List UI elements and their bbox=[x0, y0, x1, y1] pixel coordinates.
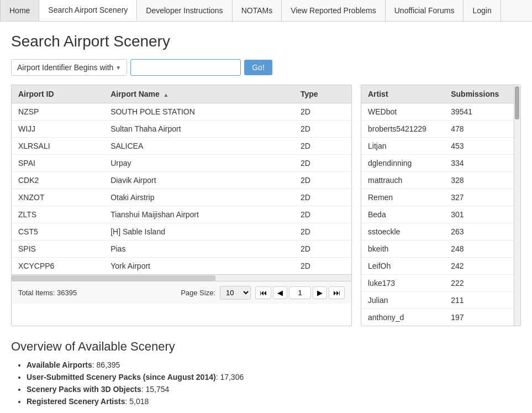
table-row[interactable]: XLRSALISALICEA2D bbox=[12, 138, 351, 155]
go-button[interactable]: Go! bbox=[244, 60, 272, 75]
page-size-select[interactable]: 102550100 bbox=[220, 286, 251, 300]
scrollbar-thumb bbox=[515, 86, 519, 119]
table-row[interactable]: SPAIUrpay2D bbox=[12, 155, 351, 172]
table-row[interactable]: XCYCPP6York Airport2D bbox=[12, 258, 351, 275]
table-row[interactable]: dglendinning334 bbox=[361, 155, 520, 172]
vertical-scrollbar[interactable] bbox=[514, 85, 520, 326]
artist-cell-submissions: 39541 bbox=[444, 103, 520, 121]
airport-cell-type: 2D bbox=[294, 103, 351, 121]
table-row[interactable]: bkeith248 bbox=[361, 241, 520, 258]
airport-cell-type: 2D bbox=[294, 138, 351, 155]
airport-cell-id: CDK2 bbox=[12, 172, 104, 189]
airport-cell-type: 2D bbox=[294, 155, 351, 172]
table-row[interactable]: luke173222 bbox=[361, 275, 520, 292]
airport-cell-id: CST5 bbox=[12, 223, 104, 241]
total-items-text: Total Items: 36395 bbox=[18, 289, 176, 297]
artist-cell-submissions: 263 bbox=[444, 223, 520, 241]
airport-cell-id: SPAI bbox=[12, 155, 104, 172]
search-dropdown[interactable]: Airport Identifier Begins with ▼ bbox=[11, 59, 127, 76]
nav-item-search-airport-scenery[interactable]: Search Airport Scenery bbox=[39, 0, 137, 21]
airport-cell-name: Diavik Airport bbox=[104, 172, 294, 189]
airport-cell-name: [H] Sable Island bbox=[104, 223, 294, 241]
artist-cell-submissions: 478 bbox=[444, 121, 520, 138]
artist-cell-submissions: 327 bbox=[444, 189, 520, 206]
table-row[interactable]: NZSPSOUTH POLE STATION2D bbox=[12, 103, 351, 121]
prev-page-button[interactable]: ◀ bbox=[273, 286, 287, 299]
list-item: Scenery Packs with 3D Objects: 15,754 bbox=[27, 385, 521, 394]
table-row[interactable]: anthony_d197 bbox=[361, 309, 520, 326]
nav-item-home[interactable]: Home bbox=[0, 0, 39, 21]
table-row[interactable]: XNZOTOtaki Airstrip2D bbox=[12, 189, 351, 206]
next-page-button[interactable]: ▶ bbox=[313, 286, 327, 299]
horizontal-scrollbar[interactable] bbox=[12, 274, 351, 281]
main-nav: HomeSearch Airport SceneryDeveloper Inst… bbox=[0, 0, 532, 22]
page-nav-buttons: ⏮ ◀ ▶ ⏭ bbox=[255, 286, 345, 299]
table-row[interactable]: LeifOh242 bbox=[361, 258, 520, 275]
table-row[interactable]: ZLTSTianshui Maijishan Airport2D bbox=[12, 206, 351, 223]
artist-cell-submissions: 211 bbox=[444, 292, 520, 309]
airport-cell-id: XLRSALI bbox=[12, 138, 104, 155]
search-dropdown-label: Airport Identifier Begins with bbox=[17, 63, 113, 72]
artist-cell-submissions: 222 bbox=[444, 275, 520, 292]
table-row[interactable]: CDK2Diavik Airport2D bbox=[12, 172, 351, 189]
table-row[interactable]: Litjan453 bbox=[361, 138, 520, 155]
table-row[interactable]: sstoeckle263 bbox=[361, 223, 520, 241]
page-title: Search Airport Scenery bbox=[11, 33, 521, 50]
artist-cell-submissions: 301 bbox=[444, 206, 520, 223]
tables-row: Airport IDAirport Name ▲Type NZSPSOUTH P… bbox=[11, 85, 521, 326]
table-row[interactable]: WEDbot39541 bbox=[361, 103, 520, 121]
airport-col-airport-id[interactable]: Airport ID bbox=[12, 85, 104, 103]
table-row[interactable]: SPISPias2D bbox=[12, 241, 351, 258]
nav-item-view-reported-problems[interactable]: View Reported Problems bbox=[282, 0, 386, 21]
artist-cell-artist: Remen bbox=[361, 189, 444, 206]
airport-col-airport-name[interactable]: Airport Name ▲ bbox=[104, 85, 294, 103]
airport-cell-type: 2D bbox=[294, 189, 351, 206]
airport-cell-id: XNZOT bbox=[12, 189, 104, 206]
first-page-button[interactable]: ⏮ bbox=[255, 286, 271, 299]
airport-cell-type: 2D bbox=[294, 172, 351, 189]
nav-item-login[interactable]: Login bbox=[463, 0, 501, 21]
table-row[interactable]: WIJJSultan Thaha Airport2D bbox=[12, 121, 351, 138]
current-page-input[interactable] bbox=[289, 286, 311, 299]
artist-cell-artist: Beda bbox=[361, 206, 444, 223]
nav-item-developer-instructions[interactable]: Developer Instructions bbox=[137, 0, 232, 21]
artist-cell-submissions: 197 bbox=[444, 309, 520, 326]
artist-cell-submissions: 248 bbox=[444, 241, 520, 258]
overview-item-label: Registered Scenery Artists bbox=[27, 397, 125, 406]
total-items-label: Total Items: bbox=[18, 289, 55, 297]
artist-col-submissions[interactable]: Submissions bbox=[444, 85, 520, 103]
airport-cell-name: Pias bbox=[104, 241, 294, 258]
airport-cell-name: Otaki Airstrip bbox=[104, 189, 294, 206]
artist-cell-artist: dglendinning bbox=[361, 155, 444, 172]
airport-cell-id: ZLTS bbox=[12, 206, 104, 223]
artist-cell-submissions: 334 bbox=[444, 155, 520, 172]
airport-cell-type: 2D bbox=[294, 223, 351, 241]
table-row[interactable]: Julian211 bbox=[361, 292, 520, 309]
artist-cell-artist: luke173 bbox=[361, 275, 444, 292]
table-row[interactable]: Beda301 bbox=[361, 206, 520, 223]
last-page-button[interactable]: ⏭ bbox=[329, 286, 345, 299]
table-row[interactable]: Remen327 bbox=[361, 189, 520, 206]
table-row[interactable]: broberts5421229478 bbox=[361, 121, 520, 138]
artist-table-container: ArtistSubmissions WEDbot39541broberts542… bbox=[361, 85, 521, 326]
overview-title: Overview of Available Scenery bbox=[11, 339, 521, 354]
artist-cell-artist: LeifOh bbox=[361, 258, 444, 275]
overview-item-label: Scenery Packs with 3D Objects bbox=[27, 385, 141, 394]
nav-item-unofficial-forums[interactable]: Unofficial Forums bbox=[386, 0, 464, 21]
table-row[interactable]: CST5[H] Sable Island2D bbox=[12, 223, 351, 241]
artist-cell-submissions: 242 bbox=[444, 258, 520, 275]
search-input[interactable] bbox=[130, 59, 241, 76]
nav-item-notams[interactable]: NOTAMs bbox=[233, 0, 282, 21]
total-items-count: 36395 bbox=[57, 289, 77, 297]
sort-arrow-icon: ▲ bbox=[162, 92, 169, 98]
table-row[interactable]: mattrauch328 bbox=[361, 172, 520, 189]
artist-cell-artist: mattrauch bbox=[361, 172, 444, 189]
airport-cell-id: WIJJ bbox=[12, 121, 104, 138]
artist-cell-artist: broberts5421229 bbox=[361, 121, 444, 138]
artist-col-artist[interactable]: Artist bbox=[361, 85, 444, 103]
airport-cell-id: XCYCPP6 bbox=[12, 258, 104, 275]
list-item: Registered Scenery Artists: 5,018 bbox=[27, 397, 521, 406]
airport-cell-type: 2D bbox=[294, 258, 351, 275]
list-item: User-Submitted Scenery Packs (since Augu… bbox=[27, 373, 521, 381]
airport-col-type[interactable]: Type bbox=[294, 85, 351, 103]
